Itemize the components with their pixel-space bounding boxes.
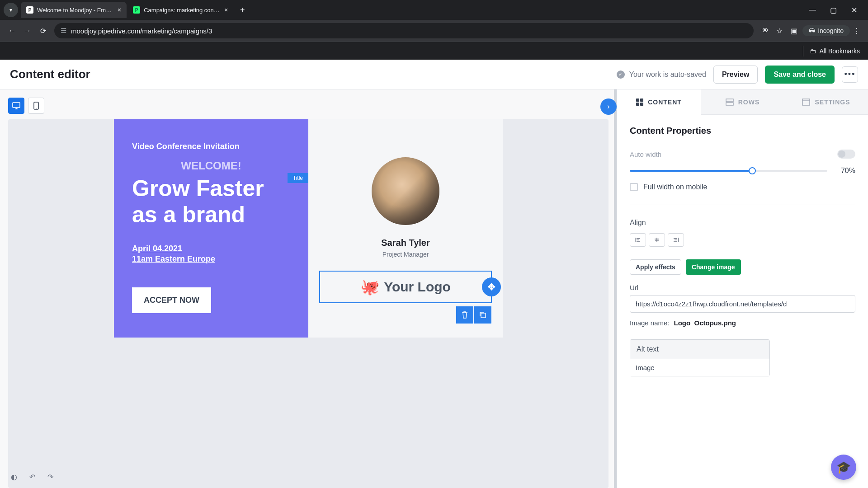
email-canvas[interactable]: Video Conference Invitation WELCOME! Tit…	[8, 119, 609, 488]
desktop-icon	[12, 102, 20, 109]
browser-tab-0[interactable]: P Welcome to Moodjoy - Email c ×	[21, 2, 127, 18]
image-name-label: Image name:	[630, 319, 670, 327]
width-slider[interactable]	[630, 170, 827, 172]
logo-block-selected[interactable]: 🐙 Your Logo ✥	[319, 271, 492, 303]
slider-fill	[630, 170, 752, 172]
incognito-badge[interactable]: 🕶 Incognito	[802, 25, 850, 36]
incognito-label: Incognito	[818, 27, 844, 34]
close-icon[interactable]: ×	[224, 6, 228, 14]
grid-icon	[636, 99, 643, 106]
mobile-icon	[33, 102, 39, 110]
tab-settings[interactable]: SETTINGS	[784, 89, 868, 115]
image-url-input[interactable]	[630, 295, 855, 313]
image-name-value: Logo_Octopus.png	[674, 319, 736, 327]
align-right-button[interactable]	[668, 233, 684, 247]
site-info-icon[interactable]: ☰	[61, 27, 66, 35]
auto-width-toggle[interactable]	[837, 150, 855, 159]
preview-button[interactable]: Preview	[713, 66, 758, 84]
collapse-sidebar-button[interactable]: ›	[600, 99, 617, 115]
trash-icon	[462, 311, 468, 319]
event-date[interactable]: April 04.2021	[132, 244, 290, 253]
browser-menu-button[interactable]: ⋮	[850, 24, 863, 38]
align-left-icon	[635, 237, 641, 243]
delete-block-button[interactable]	[456, 306, 474, 324]
align-center-button[interactable]	[649, 233, 665, 247]
tab-search-button[interactable]: ▾	[4, 3, 18, 17]
back-button[interactable]: ←	[5, 23, 20, 38]
align-left-button[interactable]	[630, 233, 646, 247]
align-center-icon	[654, 237, 660, 243]
save-and-close-button[interactable]: Save and close	[765, 66, 835, 84]
content-properties-panel: Content Properties Auto width 70% Full w…	[617, 115, 868, 488]
maximize-button[interactable]: ▢	[823, 3, 844, 17]
divider	[630, 205, 855, 205]
eye-off-icon[interactable]: 👁	[758, 24, 772, 38]
tab-content[interactable]: CONTENT	[617, 89, 701, 115]
svg-rect-3	[481, 313, 486, 318]
avatar-image[interactable]	[372, 157, 439, 225]
email-left-column[interactable]: Video Conference Invitation WELCOME! Tit…	[114, 119, 308, 338]
resizer[interactable]	[614, 89, 617, 488]
logo-text: Your Logo	[384, 279, 451, 295]
alt-text-input[interactable]	[630, 359, 769, 376]
event-time[interactable]: 11am Eastern Europe	[132, 254, 290, 264]
width-value: 70%	[835, 167, 855, 175]
autosave-text: Your work is auto-saved	[629, 70, 706, 79]
browser-tab-1[interactable]: P Campaigns: marketing contacts ×	[127, 2, 233, 18]
close-window-button[interactable]: ✕	[844, 3, 864, 17]
person-role: Project Manager	[319, 251, 492, 258]
move-handle[interactable]: ✥	[482, 277, 501, 296]
apply-effects-button[interactable]: Apply effects	[630, 259, 681, 275]
window-controls: — ▢ ✕	[802, 3, 864, 17]
url-text: moodjoy.pipedrive.com/marketing/campaign…	[71, 27, 212, 35]
forward-button[interactable]: →	[20, 23, 35, 38]
rows-icon	[726, 99, 734, 106]
all-bookmarks-button[interactable]: All Bookmarks	[820, 47, 860, 55]
help-fab[interactable]: 🎓	[831, 455, 856, 480]
new-tab-button[interactable]: +	[236, 4, 249, 16]
copy-icon	[479, 311, 486, 319]
address-bar: ← → ⟳ ☰ moodjoy.pipedrive.com/marketing/…	[0, 20, 868, 42]
full-width-mobile-checkbox[interactable]	[630, 183, 638, 191]
email-template: Video Conference Invitation WELCOME! Tit…	[114, 119, 503, 338]
tab-label: CONTENT	[648, 99, 682, 106]
main-area: Video Conference Invitation WELCOME! Tit…	[0, 89, 868, 488]
chevron-down-icon: ▾	[9, 7, 12, 13]
alt-text-section: Alt text	[630, 339, 770, 376]
duplicate-block-button[interactable]	[474, 306, 492, 324]
email-heading: Grow Faster as a brand	[132, 176, 290, 228]
change-image-button[interactable]: Change image	[686, 259, 741, 275]
divider	[803, 46, 803, 56]
star-icon[interactable]: ☆	[773, 24, 786, 38]
tab-title: Campaigns: marketing contacts	[144, 7, 221, 14]
redo-button[interactable]: ↷	[44, 471, 56, 483]
tab-rows[interactable]: ROWS	[701, 89, 784, 115]
device-toggle	[8, 98, 609, 114]
autosave-status: ✓ Your work is auto-saved	[617, 70, 706, 79]
tab-label: SETTINGS	[815, 99, 850, 106]
favicon-icon: P	[133, 6, 140, 14]
url-input[interactable]: ☰ moodjoy.pipedrive.com/marketing/campai…	[54, 23, 754, 38]
email-right-column[interactable]: Sarah Tyler Project Manager 🐙 Your Logo …	[308, 119, 503, 338]
settings-icon	[802, 99, 810, 106]
sidepanel-icon[interactable]: ▣	[787, 24, 801, 38]
welcome-text: WELCOME!	[132, 160, 290, 172]
history-button[interactable]: ◐	[8, 471, 20, 483]
app-header: Content editor ✓ Your work is auto-saved…	[0, 60, 868, 89]
tab-strip: ▾ P Welcome to Moodjoy - Email c × P Cam…	[0, 0, 868, 20]
align-label: Align	[630, 219, 855, 227]
desktop-view-button[interactable]	[8, 98, 24, 114]
accept-button[interactable]: ACCEPT NOW	[132, 287, 211, 313]
title-block[interactable]: Title Grow Faster as a brand	[132, 176, 290, 228]
minimize-button[interactable]: —	[802, 3, 823, 17]
slider-thumb[interactable]	[749, 167, 756, 174]
undo-button[interactable]: ↶	[26, 471, 38, 483]
mobile-view-button[interactable]	[28, 98, 44, 114]
browser-chrome: ▾ P Welcome to Moodjoy - Email c × P Cam…	[0, 0, 868, 60]
reload-button[interactable]: ⟳	[35, 23, 51, 38]
close-icon[interactable]: ×	[118, 6, 121, 14]
octopus-icon: 🐙	[360, 278, 379, 296]
svg-rect-4	[726, 99, 733, 102]
bookmarks-bar: 🗀 All Bookmarks	[0, 42, 868, 60]
more-menu-button[interactable]: •••	[842, 66, 858, 83]
